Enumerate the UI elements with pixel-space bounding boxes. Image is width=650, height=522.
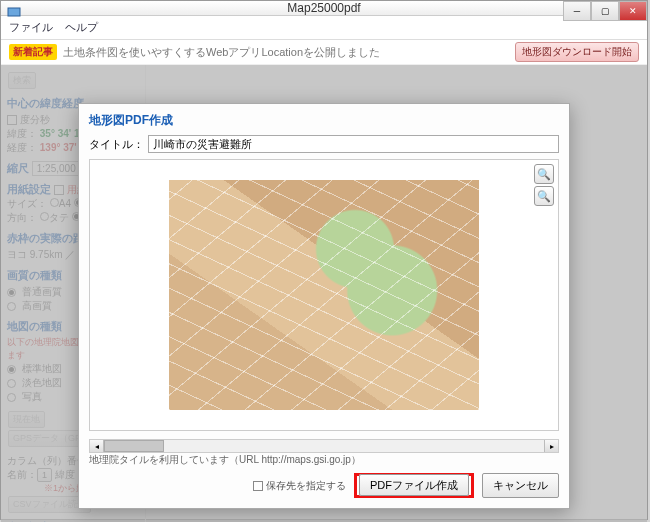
title-input[interactable] bbox=[148, 135, 559, 153]
zoom-in-icon: 🔍 bbox=[537, 168, 551, 181]
pdf-dialog: 地形図PDF作成 タイトル： 🔍 🔍 ◂ ▸ 地理院タ bbox=[78, 103, 570, 509]
minimize-button[interactable]: ─ bbox=[563, 1, 591, 21]
scroll-thumb[interactable] bbox=[104, 440, 164, 452]
zoom-out-icon: 🔍 bbox=[537, 190, 551, 203]
window-controls: ─ ▢ ✕ bbox=[563, 1, 647, 21]
map-preview-image bbox=[169, 180, 479, 410]
horizontal-scrollbar[interactable]: ◂ ▸ bbox=[89, 439, 559, 453]
credit-text: 地理院タイルを利用しています（URL http://maps.gsi.go.jp… bbox=[89, 453, 559, 467]
maximize-button[interactable]: ▢ bbox=[591, 1, 619, 21]
cancel-button[interactable]: キャンセル bbox=[482, 473, 559, 498]
download-map-button[interactable]: 地形図ダウンロード開始 bbox=[515, 42, 639, 62]
dialog-footer: 保存先を指定する PDFファイル作成 キャンセル bbox=[89, 473, 559, 498]
notice-tag: 新着記事 bbox=[9, 44, 57, 60]
menubar: ファイル ヘルプ bbox=[1, 16, 647, 40]
close-button[interactable]: ✕ bbox=[619, 1, 647, 21]
scroll-left-arrow[interactable]: ◂ bbox=[90, 440, 104, 452]
dialog-title: 地形図PDF作成 bbox=[89, 112, 559, 129]
app-icon bbox=[7, 5, 21, 19]
notice-bar: 新着記事 土地条件図を使いやすくするWebアプリLocationを公開しました … bbox=[1, 40, 647, 65]
content-area: 検索 中心の緯度経度 度分秒 緯度： 35° 34' 16.789 経度： 13… bbox=[1, 65, 647, 522]
create-pdf-button[interactable]: PDFファイル作成 bbox=[359, 474, 469, 496]
title-field-label: タイトル： bbox=[89, 137, 144, 152]
app-window: Map25000pdf ─ ▢ ✕ ファイル ヘルプ 新着記事 土地条件図を使い… bbox=[0, 0, 648, 520]
zoom-in-button[interactable]: 🔍 bbox=[534, 164, 554, 184]
zoom-out-button[interactable]: 🔍 bbox=[534, 186, 554, 206]
save-dest-checkbox[interactable] bbox=[253, 481, 263, 491]
modal-overlay: 地形図PDF作成 タイトル： 🔍 🔍 ◂ ▸ 地理院タ bbox=[1, 65, 647, 522]
svg-rect-0 bbox=[8, 8, 20, 16]
titlebar: Map25000pdf ─ ▢ ✕ bbox=[1, 1, 647, 16]
window-title: Map25000pdf bbox=[287, 1, 360, 15]
menu-file[interactable]: ファイル bbox=[9, 20, 53, 35]
map-preview-wrap: 🔍 🔍 bbox=[89, 159, 559, 431]
save-dest-label: 保存先を指定する bbox=[266, 479, 346, 493]
notice-text: 土地条件図を使いやすくするWebアプリLocationを公開しました bbox=[63, 45, 380, 60]
scroll-right-arrow[interactable]: ▸ bbox=[544, 440, 558, 452]
menu-help[interactable]: ヘルプ bbox=[65, 20, 98, 35]
highlight-box: PDFファイル作成 bbox=[354, 473, 474, 498]
